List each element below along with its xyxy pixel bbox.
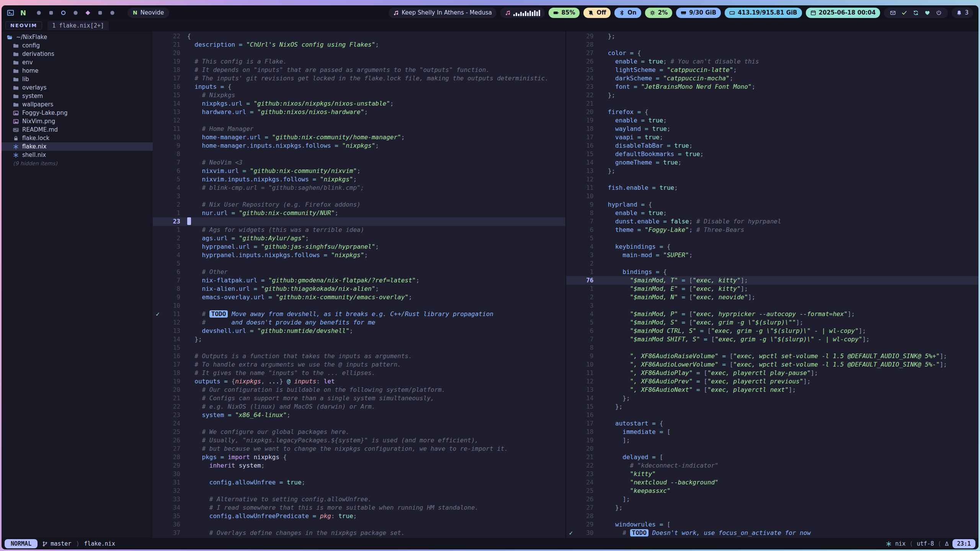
buffer-tab[interactable]: 1 flake.nix[2+] — [47, 21, 108, 30]
tray-power-icon[interactable] — [936, 10, 942, 16]
code-line[interactable]: 25 # We configure our global packages he… — [153, 428, 565, 436]
code-line[interactable]: 27 }; — [566, 504, 979, 512]
code-line[interactable]: 21 description = "ChUrl's NixOS config u… — [153, 41, 565, 49]
code-line[interactable]: 33 # Alternative to setting config.allow… — [153, 495, 565, 504]
code-line[interactable]: 1 "$mainMod, E" = ["exec, kitty"]; — [566, 285, 979, 293]
code-line[interactable]: 9 home-manager.inputs.nixpkgs.follows = … — [153, 142, 565, 150]
tray-heart-icon[interactable] — [924, 10, 930, 16]
tree-item-overlays[interactable]: overlays — [2, 83, 153, 92]
taskbar-app-icon[interactable] — [60, 10, 66, 16]
code-line[interactable]: 22 # "kdeconnect-indicator" — [566, 461, 979, 470]
code-line[interactable]: 21 # Configs can support more than a sin… — [153, 394, 565, 403]
code-line[interactable]: 9 ", XF86AudioRaiseVolume" = ["exec, wpc… — [566, 352, 979, 360]
code-line[interactable]: 13 hardware.url = "github:nixos/nixos-ha… — [153, 108, 565, 116]
tree-item-system[interactable]: system — [2, 92, 153, 100]
code-line[interactable]: 23 system = "x86_64-linux"; — [153, 411, 565, 419]
code-line[interactable]: 19 # This config is a Flake. — [153, 57, 565, 66]
code-line[interactable]: 8 — [566, 344, 979, 352]
code-line[interactable]: 19 outputs = {nixpkgs, ...} @ inputs: le… — [153, 377, 565, 386]
tray-sync-icon[interactable] — [913, 10, 919, 16]
code-line[interactable]: 1 # Ags for widgets (this was a terrible… — [153, 226, 565, 234]
tree-item-nixflake[interactable]: ~/NixFlake — [2, 33, 153, 41]
code-line[interactable]: 20 — [566, 445, 979, 453]
code-line[interactable]: 13 ", XF86AudioNext" = ["exec, playerctl… — [566, 386, 979, 394]
memory-module[interactable]: 9/30 GiB — [676, 8, 721, 18]
code-line[interactable]: ✓30 # TODO Doesn't work, use focus_on_ac… — [566, 529, 979, 537]
code-line[interactable]: 16 — [566, 411, 979, 419]
code-line[interactable]: 18 immediate = [ — [566, 428, 979, 436]
code-line[interactable]: 3 — [153, 192, 565, 201]
tree-item-wallpapers[interactable]: wallpapers — [2, 100, 153, 109]
clock-module[interactable]: 2025-06-18 00:04 — [806, 8, 880, 18]
code-line[interactable]: 18 # It depends on "inputs" that are pas… — [153, 66, 565, 74]
code-line[interactable]: 16 disableTabBar = true; — [566, 142, 979, 150]
notifications-module[interactable]: Off — [583, 8, 611, 18]
code-line[interactable]: 17 # To handle extra arguments we use th… — [153, 360, 565, 369]
notification-counter-pill[interactable]: 3 — [952, 8, 973, 18]
code-line[interactable]: 37 # Overlays define changes in the nixp… — [153, 529, 565, 537]
code-line[interactable]: 11 fish.enable = true; — [566, 184, 979, 192]
code-line[interactable]: 12 — [153, 116, 565, 125]
battery-module[interactable]: 85% — [549, 8, 580, 18]
terminal-icon[interactable] — [7, 9, 14, 16]
code-line[interactable]: 29 inherit system; — [153, 461, 565, 470]
bluetooth-module[interactable]: On — [614, 8, 641, 18]
audio-visualizer-pill[interactable] — [500, 8, 545, 18]
tree-item-derivations[interactable]: derivations — [2, 50, 153, 58]
tree-item-foggy-lake-png[interactable]: Foggy-Lake.png — [2, 109, 153, 117]
code-line[interactable]: 10 ", XF86AudioLowerVolume" = ["exec, wp… — [566, 360, 979, 369]
taskbar-app-icon[interactable] — [48, 10, 54, 16]
code-line[interactable]: 6 nixvim.url = "github:nix-community/nix… — [153, 167, 565, 175]
editor-pane-right[interactable]: 29 };2827 color = {26 enable = true; # Y… — [565, 31, 979, 538]
code-line[interactable]: 4 "$mainMod, P" = ["exec, hyprpicker --a… — [566, 310, 979, 318]
code-line[interactable]: 24 darkScheme = "catppuccin-mocha"; — [566, 74, 979, 83]
code-line[interactable]: 22{ — [153, 32, 565, 41]
code-line[interactable]: 20 firefox = { — [566, 108, 979, 116]
code-line[interactable]: 21 delayed = [ — [566, 453, 979, 461]
taskbar-app-icon[interactable] — [73, 10, 78, 16]
tree-item-nixvim-png[interactable]: NixVim.png — [2, 117, 153, 126]
code-line[interactable]: 35 config.allowUnfreePredicate = pkg: tr… — [153, 512, 565, 520]
code-line[interactable]: 30 — [153, 470, 565, 478]
taskbar-app-icon[interactable] — [97, 10, 103, 16]
code-line[interactable]: 31 config.allowUnfree = true; — [153, 478, 565, 487]
code-line[interactable]: 27 color = { — [566, 49, 979, 57]
tree-item-lib[interactable]: lib — [2, 75, 153, 83]
code-line[interactable]: 14 }; — [566, 394, 979, 403]
code-line[interactable]: 6 # Other — [153, 268, 565, 276]
code-line[interactable]: 20 # Our configuration is buildable on t… — [153, 386, 565, 394]
taskbar-app-icon[interactable] — [85, 10, 91, 16]
tray-envelope-icon[interactable] — [890, 10, 896, 16]
code-line[interactable]: 5 — [153, 259, 565, 268]
cpu-module[interactable]: 2% — [645, 8, 672, 18]
tree-item-readme-md[interactable]: README.md — [2, 126, 153, 134]
code-line[interactable]: 22 # e.g. NixOS (linux) and MacOS (darwi… — [153, 403, 565, 411]
code-line[interactable]: 25 lightScheme = "catppuccin-latte"; — [566, 66, 979, 74]
code-line[interactable]: 23 font = "JetBrainsMono Nerd Font Mono"… — [566, 83, 979, 91]
code-line[interactable]: 15 — [153, 344, 565, 352]
code-line[interactable]: 10 — [153, 302, 565, 310]
code-line[interactable]: 10 — [566, 192, 979, 201]
code-line[interactable]: 17 # The inputs' git revisions get locke… — [153, 74, 565, 83]
code-line[interactable]: 15 }; — [566, 403, 979, 411]
code-line[interactable]: 9 hyprland = { — [566, 201, 979, 209]
code-line[interactable]: 1 nur.url = "github:nix-community/NUR"; — [153, 209, 565, 217]
code-line[interactable]: 28 — [566, 41, 979, 49]
code-line[interactable]: 11 # Home Manager — [153, 125, 565, 133]
editor-pane-left[interactable]: 22{21 description = "ChUrl's NixOS confi… — [153, 31, 565, 538]
code-line[interactable]: 20 — [153, 49, 565, 57]
code-line[interactable]: 3 hyprpanel.url = "github:jas-singhfsu/h… — [153, 243, 565, 251]
code-line[interactable]: 11 ", XF86AudioPlay" = ["exec, playerctl… — [566, 369, 979, 377]
code-line[interactable]: 18 # It gives the name "inputs" to the .… — [153, 369, 565, 377]
code-line[interactable]: 19 enable = true; — [566, 116, 979, 125]
code-line[interactable]: 29 }; — [566, 32, 979, 41]
tray-check-icon[interactable] — [902, 10, 907, 16]
code-line[interactable]: 21 — [566, 99, 979, 108]
taskbar-app-icon[interactable] — [36, 10, 42, 16]
code-line[interactable]: 14 nixpkgs.url = "github:nixos/nixpkgs/n… — [153, 99, 565, 108]
code-line[interactable]: 29 windowrules = [ — [566, 520, 979, 529]
code-line[interactable]: 8 nix-alien.url = "github:thiagokokada/n… — [153, 285, 565, 293]
code-line[interactable]: 5 — [566, 234, 979, 243]
code-line[interactable]: 34 # I read somewhere that this is more … — [153, 504, 565, 512]
code-line[interactable]: 10 home-manager.url = "github:nix-commun… — [153, 133, 565, 142]
